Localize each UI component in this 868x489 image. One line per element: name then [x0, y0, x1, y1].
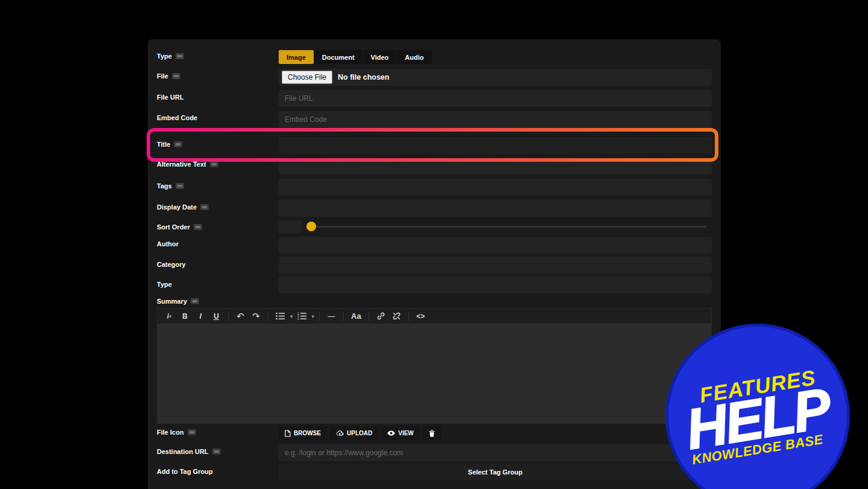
view-button[interactable]: VIEW: [381, 426, 420, 440]
file-icon: [285, 430, 291, 437]
file-icon-label-row: File Icon: [157, 429, 196, 436]
bold-icon: B: [182, 312, 188, 321]
type-tab-group: Image Document Video Audio: [279, 50, 432, 64]
link-button[interactable]: [374, 310, 388, 322]
tags-help-icon[interactable]: [176, 183, 184, 189]
category-label: Category: [157, 261, 186, 268]
svg-text:3: 3: [297, 318, 299, 320]
choose-file-button[interactable]: Choose File: [282, 71, 332, 84]
bullet-list-button[interactable]: [273, 310, 287, 322]
browse-button[interactable]: BROWSE: [279, 426, 327, 440]
bold-button[interactable]: B: [178, 310, 192, 322]
summary-label: Summary: [157, 298, 187, 305]
display-date-help-icon[interactable]: [200, 204, 209, 210]
destination-url-help-icon[interactable]: [212, 449, 221, 455]
alt-text-label-row: Alternative Text: [157, 161, 218, 168]
file-icon-actions: BROWSE UPLOAD VIEW: [279, 426, 441, 440]
clear-format-button[interactable]: Ix: [162, 310, 176, 322]
tag-group-label: Add to Tag Group: [157, 468, 213, 475]
toolbar-divider: [228, 312, 229, 321]
category-label-row: Category: [157, 261, 186, 268]
file-url-input[interactable]: [279, 90, 712, 107]
sort-order-slider-track[interactable]: [306, 226, 707, 228]
file-url-label: File URL: [157, 94, 184, 101]
tab-document[interactable]: Document: [314, 50, 363, 64]
ordered-list-caret[interactable]: ▾: [312, 313, 315, 319]
embed-code-label-row: Embed Code: [157, 114, 197, 121]
sort-order-help-icon[interactable]: [194, 224, 202, 230]
tag-group-label-row: Add to Tag Group: [157, 468, 213, 475]
display-date-label-row: Display Date: [157, 203, 209, 211]
alt-text-input[interactable]: [279, 159, 712, 174]
toolbar-divider: [268, 312, 268, 321]
bullet-list-icon: [276, 312, 285, 320]
tab-image[interactable]: Image: [279, 50, 314, 64]
title-input[interactable]: [279, 137, 712, 154]
horizontal-rule-button[interactable]: —: [325, 310, 338, 322]
toolbar-divider: [408, 312, 409, 321]
title-help-icon[interactable]: [174, 141, 182, 147]
code-view-button[interactable]: <>: [414, 310, 428, 322]
alt-text-help-icon[interactable]: [210, 161, 218, 167]
sort-order-label-row: Sort Order: [157, 223, 202, 231]
file-help-icon[interactable]: [172, 73, 180, 79]
ordered-list-icon: 123: [297, 312, 306, 320]
bullet-list-caret[interactable]: ▾: [290, 313, 293, 319]
title-label-row: Title: [157, 141, 182, 148]
summary-help-icon[interactable]: [191, 298, 199, 304]
delete-button[interactable]: [423, 426, 441, 440]
media-form-panel: Type Image Document Video Audio File Cho…: [148, 39, 721, 489]
author-label: Author: [157, 240, 179, 248]
author-input[interactable]: [279, 237, 712, 254]
unlink-button[interactable]: [390, 310, 404, 322]
no-file-chosen-text: No file chosen: [338, 73, 389, 82]
undo-button[interactable]: ↶: [233, 310, 247, 322]
embed-code-input[interactable]: [279, 111, 712, 128]
type-text-label: Type: [157, 281, 172, 288]
link-icon: [376, 312, 385, 321]
select-tag-group-button[interactable]: Select Tag Group: [279, 464, 712, 480]
underline-button[interactable]: U: [209, 310, 223, 322]
sort-order-label: Sort Order: [157, 223, 190, 231]
type-text-input[interactable]: [279, 276, 712, 293]
type-help-icon[interactable]: [176, 53, 184, 59]
toolbar-divider: [369, 312, 369, 321]
display-date-label: Display Date: [157, 203, 197, 211]
tags-input[interactable]: [279, 179, 712, 196]
cloud-upload-icon: [336, 430, 344, 436]
destination-url-label-row: Destination URL: [157, 448, 221, 455]
trash-icon: [429, 430, 435, 437]
file-url-label-row: File URL: [157, 94, 184, 101]
category-input[interactable]: [279, 257, 712, 273]
italic-button[interactable]: I: [194, 310, 207, 322]
file-label-row: File: [157, 72, 180, 80]
sort-order-slider-handle[interactable]: [306, 222, 316, 231]
font-size-button[interactable]: Aa: [349, 310, 364, 322]
toolbar-divider: [319, 312, 320, 321]
ordered-list-button[interactable]: 123: [295, 310, 309, 322]
file-icon-label: File Icon: [157, 429, 184, 436]
title-label: Title: [157, 141, 170, 148]
alt-text-label: Alternative Text: [157, 161, 206, 168]
file-label: File: [157, 72, 168, 80]
unlink-icon: [392, 312, 401, 321]
summary-editor-toolbar: Ix B I U ↶ ↷ ▾ 123 ▾ — Aa <>: [157, 308, 712, 324]
author-label-row: Author: [157, 240, 179, 248]
upload-button[interactable]: UPLOAD: [330, 426, 378, 440]
tags-label-row: Tags: [157, 182, 184, 190]
summary-editor-content[interactable]: [157, 324, 712, 424]
type-label: Type: [157, 53, 172, 60]
display-date-input[interactable]: [279, 200, 712, 217]
destination-url-input[interactable]: [279, 444, 712, 461]
type-text-label-row: Type: [157, 281, 172, 288]
tags-label: Tags: [157, 182, 172, 190]
file-icon-help-icon[interactable]: [188, 429, 196, 435]
type-label-row: Type: [157, 53, 184, 60]
sort-order-number-input[interactable]: [279, 220, 302, 234]
redo-button[interactable]: ↷: [249, 310, 263, 322]
tab-audio[interactable]: Audio: [397, 50, 431, 64]
summary-label-row: Summary: [157, 298, 199, 305]
tab-video[interactable]: Video: [363, 50, 397, 64]
file-input[interactable]: Choose File No file chosen: [279, 69, 712, 86]
toolbar-divider: [343, 312, 344, 321]
